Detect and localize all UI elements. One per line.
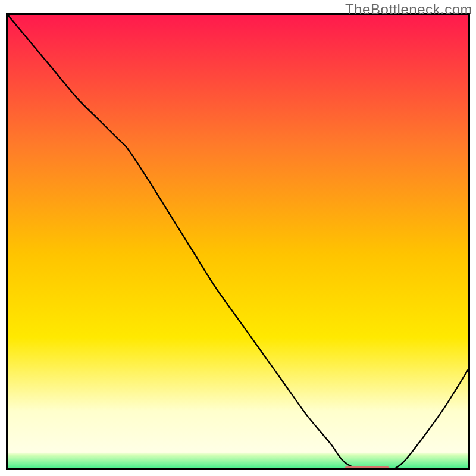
watermark-text: TheBottleneck.com (345, 1, 472, 18)
background-gradient (8, 15, 468, 470)
chart-frame: TheBottleneck.com (0, 0, 476, 476)
gradient-rect (8, 15, 468, 470)
plot-area (6, 13, 470, 470)
